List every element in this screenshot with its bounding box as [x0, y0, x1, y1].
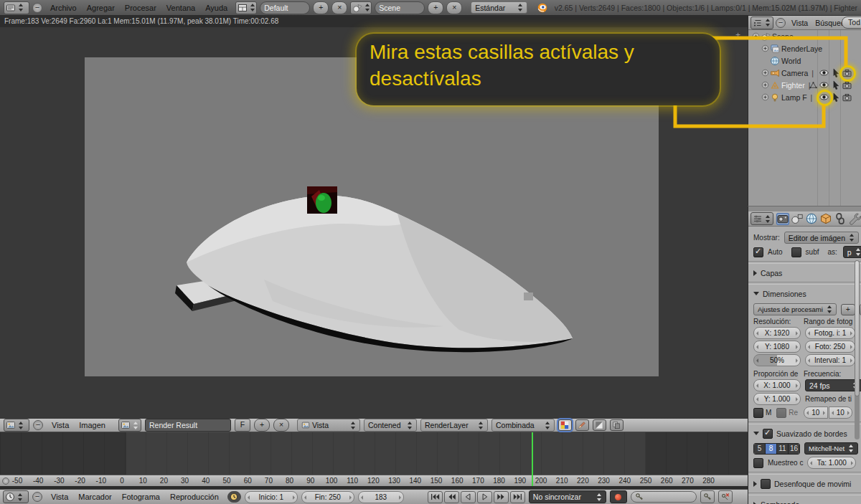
aa-samples-11-button[interactable]: 11 — [777, 444, 789, 454]
close-layout-button[interactable]: × — [331, 1, 347, 14]
menu-procesar[interactable]: Procesar — [120, 4, 161, 12]
frame-end-input[interactable]: Fin: 250 — [301, 491, 354, 503]
menu-ventana[interactable]: Ventana — [161, 4, 200, 12]
editor-type-selector-outliner[interactable] — [751, 16, 773, 29]
expand-icon[interactable] — [761, 44, 770, 53]
restrict-eye-toggle[interactable] — [819, 92, 829, 102]
resolution-percentage-slider[interactable]: 50% — [753, 354, 801, 366]
fast-forward-button[interactable] — [494, 491, 509, 503]
editor-type-selector-properties[interactable] — [751, 212, 773, 225]
restrict-meshdata-toggle[interactable] — [809, 80, 818, 90]
frame-start-input[interactable]: Inicio: 1 — [245, 491, 298, 503]
restrict-camera-toggle[interactable] — [842, 80, 852, 90]
editor-type-selector-image[interactable] — [4, 419, 29, 432]
expand-icon[interactable] — [751, 32, 761, 41]
outliner-item-fighter[interactable]: Fighter| — [748, 79, 861, 91]
expand-icon[interactable] — [761, 80, 770, 90]
timeline-menu-marcador[interactable]: Marcador — [73, 493, 116, 501]
timeline-menu-reproducci-n[interactable]: Reproducción — [165, 493, 224, 501]
properties-tab-world[interactable] — [805, 213, 818, 225]
image-collapse-menus-icon[interactable] — [33, 420, 43, 430]
unlink-image-button[interactable]: × — [273, 419, 289, 432]
aa-size-slider[interactable]: Ta: 1.000 — [807, 457, 856, 469]
add-layout-button[interactable]: + — [313, 1, 329, 14]
scene-icon-button[interactable] — [350, 1, 372, 14]
frame-step-field[interactable]: Interval: 1 — [805, 354, 855, 366]
remap-old-field[interactable]: 10 — [804, 406, 828, 419]
properties-tab-scene[interactable] — [791, 213, 804, 225]
properties-tab-modifier[interactable] — [848, 213, 861, 225]
insert-keyframe-button[interactable] — [700, 490, 715, 503]
render-layer-dropdown[interactable]: RenderLayer — [420, 419, 488, 432]
outliner-filter-dropdown[interactable]: Tod — [842, 16, 861, 29]
panel-dimensiones[interactable]: Dimensiones — [753, 287, 856, 300]
scrollbar-thumb[interactable] — [855, 260, 860, 396]
panel-capas[interactable]: Capas — [753, 267, 856, 279]
aspect-x-field[interactable]: X: 1.000 — [753, 379, 801, 391]
menu-ayuda[interactable]: Ayuda — [200, 4, 232, 12]
render-pass-dropdown[interactable]: Combinada — [491, 419, 555, 432]
screen-layout-icon-button[interactable] — [235, 1, 257, 14]
outliner-menu-vista[interactable]: Vista — [788, 19, 811, 27]
scene-field[interactable]: Scene — [375, 1, 425, 14]
full-sample-checkbox[interactable] — [753, 458, 763, 468]
properties-tab-object[interactable] — [819, 213, 832, 225]
editor-type-selector-timeline[interactable] — [3, 490, 29, 503]
frame-end-field[interactable]: Foto: 250 — [805, 341, 855, 353]
aa-filter-dropdown[interactable]: Mitchell-Net — [804, 442, 858, 455]
aa-samples-5-button[interactable]: 5 — [754, 444, 766, 454]
expand-icon[interactable] — [761, 92, 770, 102]
play-reverse-button[interactable] — [461, 491, 476, 503]
fps-dropdown[interactable]: 24 fps — [805, 379, 861, 391]
current-frame-input[interactable]: 183 — [358, 491, 404, 503]
motion-blur-checkbox[interactable] — [761, 479, 771, 489]
copy-image-toggle[interactable] — [610, 419, 624, 431]
keying-set-field[interactable] — [631, 491, 697, 503]
jump-last-button[interactable] — [510, 491, 525, 503]
delete-keyframe-button[interactable] — [718, 490, 733, 503]
display-channels-color-toggle[interactable] — [558, 419, 572, 431]
outliner-item-lamp-f[interactable]: Lamp F| — [748, 91, 861, 103]
close-scene-button[interactable]: × — [446, 1, 462, 14]
restrict-eye-toggle[interactable] — [819, 80, 829, 90]
image-datablock-icon-button[interactable] — [118, 419, 141, 432]
editor-type-selector-info[interactable] — [4, 1, 29, 14]
properties-tab-constraint[interactable] — [834, 213, 847, 225]
crop-checkbox[interactable] — [776, 408, 786, 418]
panel-resize-grip[interactable] — [748, 206, 861, 211]
outliner-collapse-menus-icon[interactable] — [776, 18, 786, 28]
render-preset-dropdown[interactable]: Ajustes de procesami — [753, 303, 837, 315]
menu-archivo[interactable]: Archivo — [45, 4, 82, 12]
image-name-field[interactable]: Render Result — [145, 419, 231, 432]
image-paint-toggle[interactable] — [575, 419, 589, 431]
antialias-checkbox[interactable] — [763, 429, 773, 439]
timeline-menu-vista[interactable]: Vista — [46, 493, 73, 501]
restrict-eye-toggle[interactable] — [819, 68, 829, 77]
color-ramp-toggle[interactable] — [593, 419, 606, 431]
border-checkbox[interactable] — [753, 408, 763, 418]
ruler-knob-icon[interactable] — [2, 477, 9, 485]
restrict-cursor-toggle[interactable] — [831, 80, 840, 90]
aspect-y-field[interactable]: Y: 1.000 — [753, 393, 801, 405]
auto-checkbox[interactable] — [753, 247, 763, 257]
timeline-playhead[interactable] — [532, 432, 533, 486]
panel-sombreado[interactable]: Sombreado — [753, 498, 856, 504]
resolution-x-field[interactable]: X: 1920 — [753, 327, 801, 339]
collapse-menus-icon[interactable] — [32, 3, 42, 13]
timeline-menu-fotograma[interactable]: Fotograma — [117, 493, 165, 501]
image-menu-vista[interactable]: Vista — [47, 421, 74, 429]
record-button[interactable] — [610, 490, 627, 503]
restrict-cursor-toggle[interactable] — [831, 92, 840, 102]
view-mode-dropdown[interactable]: Vista — [297, 419, 360, 432]
play-button[interactable] — [477, 491, 492, 503]
add-preset-button[interactable]: + — [841, 304, 855, 315]
timeline-tracks-area[interactable] — [0, 432, 748, 475]
outliner-item-world[interactable]: World — [748, 54, 861, 67]
outliner-item-scene[interactable]: Scene — [748, 30, 861, 42]
resolution-y-field[interactable]: Y: 1080 — [753, 341, 801, 353]
playback-range-lock-toggle[interactable] — [227, 491, 241, 503]
fake-user-button[interactable]: F — [235, 419, 250, 432]
screen-layout-field[interactable]: Default — [260, 1, 310, 14]
restrict-camera-toggle[interactable] — [842, 92, 852, 102]
as-dropdown[interactable]: p — [843, 246, 861, 258]
